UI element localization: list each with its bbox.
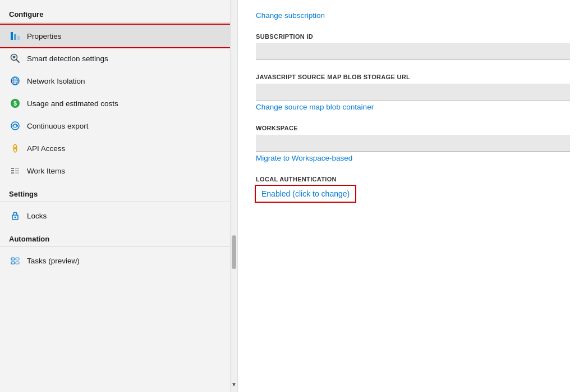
configure-divider: [0, 22, 230, 22]
local-auth-group: LOCAL AUTHENTICATION Enabled (click to c…: [256, 176, 570, 202]
svg-rect-27: [11, 258, 15, 260]
settings-section-label: Settings: [0, 182, 230, 202]
workspace-input[interactable]: [256, 135, 570, 152]
scrollbar[interactable]: ▼: [230, 0, 238, 392]
local-auth-label: LOCAL AUTHENTICATION: [256, 176, 570, 183]
svg-rect-1: [14, 34, 16, 40]
js-source-map-label: JAVASCRIPT SOURCE MAP BLOB STORAGE URL: [256, 74, 570, 80]
svg-line-5: [16, 60, 19, 62]
sidebar-item-work-items[interactable]: Work Items: [0, 159, 230, 182]
sidebar-item-usage-costs-label: Usage and estimated costs: [27, 99, 118, 108]
sidebar-item-tasks[interactable]: Tasks (preview): [0, 249, 230, 272]
sidebar-item-api-access[interactable]: API Access: [0, 137, 230, 159]
automation-divider: [0, 247, 230, 247]
sidebar-item-network-isolation[interactable]: Network Isolation: [0, 70, 230, 92]
network-isolation-icon: [9, 75, 21, 87]
sidebar-item-continuous-export-label: Continuous export: [27, 122, 89, 130]
sidebar-item-continuous-export[interactable]: Continuous export: [0, 115, 230, 137]
tasks-icon: [9, 254, 21, 267]
locks-icon: [9, 209, 21, 222]
subscription-id-label: SUBSCRIPTION ID: [256, 33, 570, 40]
scrollbar-down-arrow[interactable]: ▼: [229, 379, 239, 390]
svg-rect-0: [11, 32, 13, 40]
main-content: Change subscription SUBSCRIPTION ID JAVA…: [238, 0, 588, 392]
sidebar-item-locks-label: Locks: [27, 212, 47, 220]
workspace-label: WORKSPACE: [256, 125, 570, 131]
svg-point-26: [15, 217, 16, 218]
sidebar-item-smart-detection[interactable]: Smart detection settings: [0, 47, 230, 70]
js-source-map-input[interactable]: [256, 84, 570, 101]
svg-point-18: [14, 147, 16, 149]
properties-icon: [9, 30, 21, 42]
settings-divider: [0, 202, 230, 202]
configure-section-label: Configure: [0, 2, 230, 22]
workspace-group: WORKSPACE Migrate to Workspace-based: [256, 125, 570, 162]
subscription-id-group: SUBSCRIPTION ID: [256, 33, 570, 60]
svg-rect-29: [11, 262, 15, 264]
sidebar-item-tasks-label: Tasks (preview): [27, 257, 80, 265]
change-subscription-link[interactable]: Change subscription: [256, 11, 325, 20]
sidebar-item-smart-detection-label: Smart detection settings: [27, 54, 108, 63]
sidebar-item-properties-label: Properties: [27, 32, 62, 40]
sidebar-item-api-access-label: API Access: [27, 144, 65, 153]
svg-rect-30: [16, 262, 19, 264]
svg-text:$: $: [13, 100, 17, 107]
svg-rect-28: [16, 258, 19, 260]
js-source-map-group: JAVASCRIPT SOURCE MAP BLOB STORAGE URL C…: [256, 74, 570, 111]
sidebar: Configure Properties Smart detection set…: [0, 0, 230, 392]
usage-costs-icon: $: [9, 97, 21, 110]
sidebar-item-work-items-label: Work Items: [27, 167, 65, 175]
local-auth-link[interactable]: Enabled (click to change): [256, 186, 355, 202]
migrate-link[interactable]: Migrate to Workspace-based: [256, 154, 352, 162]
change-subscription-group: Change subscription: [256, 9, 570, 20]
automation-section-label: Automation: [0, 227, 230, 247]
change-source-map-link[interactable]: Change source map blob container: [256, 103, 374, 111]
sidebar-item-usage-costs[interactable]: $ Usage and estimated costs: [0, 92, 230, 115]
smart-detection-icon: [9, 52, 21, 65]
continuous-export-icon: [9, 120, 21, 132]
work-items-icon: [9, 165, 21, 177]
svg-rect-2: [17, 36, 20, 40]
sidebar-item-properties[interactable]: Properties: [0, 25, 230, 47]
api-access-icon: [9, 142, 21, 154]
subscription-id-input[interactable]: [256, 43, 570, 60]
scrollbar-thumb[interactable]: [232, 235, 236, 269]
sidebar-item-locks[interactable]: Locks: [0, 204, 230, 227]
sidebar-item-network-isolation-label: Network Isolation: [27, 77, 85, 85]
